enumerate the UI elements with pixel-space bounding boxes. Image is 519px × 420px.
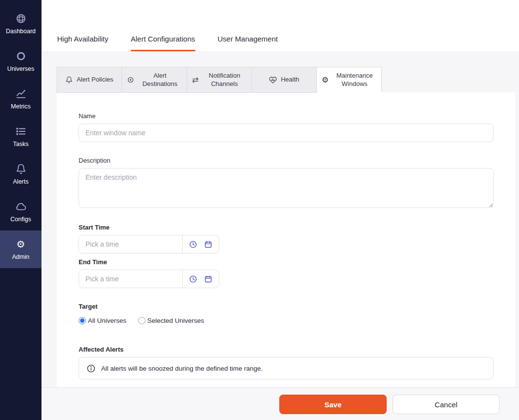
target-radio-group: All Universes Selected Universes [79, 317, 494, 324]
subtab-maintenance-windows[interactable]: ⚙ Maintenance Windows [316, 67, 382, 93]
subtab-label: Notification Channels [203, 72, 247, 88]
app-root: Dashboard Universes Metrics Tasks Alerts [0, 0, 519, 420]
main-area: High Availability Alert Configurations U… [42, 0, 519, 420]
radio-selected-universes[interactable]: Selected Universes [138, 317, 204, 324]
tab-high-availability[interactable]: High Availability [57, 35, 108, 51]
sidebar-item-metrics[interactable]: Metrics [0, 80, 42, 118]
description-label: Description [79, 157, 494, 164]
start-time-field-group: Start Time [79, 224, 494, 253]
sidebar-item-admin[interactable]: ⚙ Admin [0, 231, 42, 268]
radio-label: Selected Universes [147, 317, 204, 324]
sidebar-item-label: Universes [7, 65, 35, 72]
tab-alert-configurations[interactable]: Alert Configurations [131, 35, 195, 51]
heart-pulse-icon [269, 76, 277, 84]
subtab-label: Alert Policies [77, 76, 113, 84]
gear-icon: ⚙ [322, 76, 329, 84]
tab-user-management[interactable]: User Management [218, 35, 278, 51]
affected-alerts-group: Affected Alerts All alerts will be snooz… [79, 346, 494, 379]
target-icon [127, 76, 134, 84]
affected-alerts-label: Affected Alerts [79, 346, 494, 353]
start-time-picker [79, 235, 219, 253]
subtab-notification-channels[interactable]: ⇄ Notification Channels [187, 67, 252, 93]
calendar-icon[interactable] [204, 275, 212, 283]
sidebar-item-label: Dashboard [6, 28, 36, 35]
subtab-label: Alert Destinations [138, 72, 182, 88]
form-footer: Save Cancel [42, 387, 519, 420]
cloud-icon [16, 201, 26, 212]
end-time-input[interactable] [79, 270, 182, 288]
description-textarea[interactable] [79, 168, 494, 208]
start-time-label: Start Time [79, 224, 494, 231]
end-time-field-group: End Time [79, 258, 494, 288]
end-time-label: End Time [79, 258, 494, 266]
sidebar-item-label: Metrics [11, 103, 30, 110]
sidebar-item-label: Tasks [13, 141, 29, 147]
dashboard-globe-icon [16, 13, 26, 24]
swap-arrows-icon: ⇄ [192, 76, 198, 84]
window-name-input[interactable] [79, 124, 494, 142]
tasks-list-icon [16, 126, 26, 137]
description-field-group: Description [79, 157, 494, 210]
affected-alerts-message: All alerts will be snoozed during the de… [101, 365, 263, 372]
radio-button-selected[interactable] [79, 317, 86, 324]
info-icon [86, 364, 96, 373]
clock-icon[interactable] [189, 275, 197, 283]
end-time-picker-icons [182, 270, 219, 288]
sidebar-item-configs[interactable]: Configs [0, 193, 42, 231]
subtab-label: Health [281, 76, 299, 84]
bell-icon [16, 163, 26, 175]
start-time-picker-icons [182, 235, 219, 253]
save-button[interactable]: Save [279, 395, 387, 414]
universes-ring-icon [16, 50, 26, 62]
clock-icon[interactable] [189, 240, 197, 249]
start-time-input[interactable] [79, 235, 182, 253]
cancel-button[interactable]: Cancel [393, 395, 499, 414]
target-label: Target [79, 303, 494, 310]
affected-alerts-info-box: All alerts will be snoozed during the de… [79, 357, 494, 379]
sidebar-item-alerts[interactable]: Alerts [0, 155, 42, 193]
bell-icon [65, 76, 73, 84]
calendar-icon[interactable] [204, 240, 212, 249]
gear-icon: ⚙ [17, 238, 25, 250]
subtab-health[interactable]: Health [251, 67, 317, 93]
sidebar-item-label: Admin [12, 253, 29, 260]
top-tab-bar: High Availability Alert Configurations U… [42, 0, 519, 51]
sidebar-item-universes[interactable]: Universes [0, 42, 42, 80]
target-field-group: Target All Universes Selected Universes [79, 303, 494, 324]
radio-label: All Universes [88, 317, 126, 324]
end-time-picker [79, 270, 219, 288]
sidebar-item-dashboard[interactable]: Dashboard [0, 5, 42, 42]
subtab-alert-destinations[interactable]: Alert Destinations [122, 67, 187, 93]
alert-configurations-content: Alert Policies Alert Destinations ⇄ Noti… [42, 51, 519, 420]
radio-button-unselected[interactable] [138, 317, 145, 324]
subtab-label: Maintenance Windows [332, 72, 376, 88]
sidebar-item-tasks[interactable]: Tasks [0, 118, 42, 155]
radio-all-universes[interactable]: All Universes [79, 317, 126, 324]
name-label: Name [79, 112, 494, 120]
subtab-alert-policies[interactable]: Alert Policies [57, 67, 122, 93]
metrics-chart-icon [16, 88, 26, 100]
sidebar: Dashboard Universes Metrics Tasks Alerts [0, 0, 42, 420]
sidebar-item-label: Configs [10, 216, 31, 223]
maintenance-window-form-panel: Name Description Start Time [57, 92, 515, 387]
sidebar-item-label: Alerts [13, 178, 29, 185]
name-field-group: Name [79, 112, 494, 142]
sub-tab-bar: Alert Policies Alert Destinations ⇄ Noti… [57, 67, 382, 93]
